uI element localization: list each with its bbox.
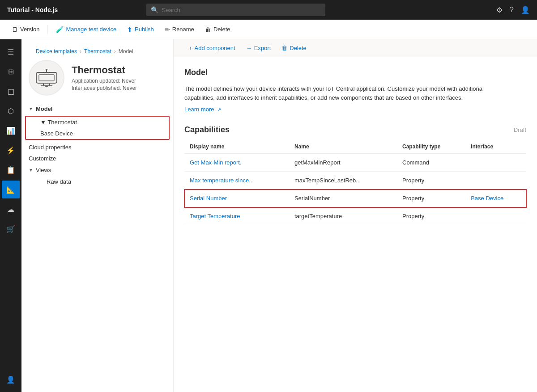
model-label: Model — [36, 105, 53, 112]
sidebar-item-customize[interactable]: Customize — [21, 153, 173, 164]
rename-icon: ✏ — [165, 26, 170, 33]
help-icon[interactable]: ? — [510, 6, 514, 14]
col-name: Name — [289, 140, 397, 154]
capability-link[interactable]: Get Max-Min report. — [190, 159, 242, 166]
sidebar-item-base-device[interactable]: Base Device — [26, 128, 169, 139]
nav-jobs[interactable]: 📋 — [2, 161, 20, 179]
capability-link[interactable]: Target Temperature — [190, 213, 240, 219]
template-header: Thermostat Application updated: Never In… — [29, 55, 166, 99]
separator-1 — [47, 25, 48, 34]
template-name: Thermostat — [72, 64, 137, 76]
cell-display-name[interactable]: Max temperature since... — [184, 172, 289, 190]
cell-name: getMaxMinReport — [289, 154, 397, 172]
nav-marketplace[interactable]: 🛒 — [2, 220, 20, 238]
search-icon: 🔍 — [151, 6, 158, 13]
sidebar-item-thermostat[interactable]: ▼ Thermostat — [26, 117, 169, 128]
add-component-button[interactable]: + Add component — [184, 43, 240, 53]
learn-more-wrap: Learn more ↗ — [184, 105, 526, 113]
sidebar-item-raw-data[interactable]: Raw data — [21, 176, 173, 187]
delete-label: Delete — [213, 26, 230, 33]
table-row[interactable]: Serial NumberSerialNumberPropertyBase De… — [184, 190, 526, 207]
nav-devices[interactable]: ◫ — [2, 82, 20, 100]
views-chevron: ▼ — [29, 168, 33, 173]
publish-button[interactable]: ⬆ Publish — [123, 24, 158, 35]
settings-icon[interactable]: ⚙ — [496, 6, 503, 14]
template-sidebar: Device templates › Thermostat › Model — [21, 39, 174, 392]
content-body: Model The model defines how your device … — [174, 57, 537, 236]
thermostat-label: Thermostat — [47, 119, 77, 126]
nav-admin[interactable]: 👤 — [2, 371, 20, 388]
capabilities-title: Capabilities — [184, 125, 230, 135]
cell-display-name[interactable]: Serial Number — [184, 190, 289, 207]
add-component-label: Add component — [195, 45, 235, 51]
cell-display-name[interactable]: Target Temperature — [184, 207, 289, 225]
account-icon[interactable]: 👤 — [521, 6, 530, 14]
content-delete-icon: 🗑 — [281, 45, 287, 51]
cell-interface[interactable]: Base Device — [465, 190, 526, 207]
content-delete-label: Delete — [290, 45, 307, 51]
export-button[interactable]: → Export — [242, 43, 276, 53]
search-input[interactable] — [162, 7, 321, 13]
delete-button[interactable]: 🗑 Delete — [200, 24, 235, 35]
learn-more-link[interactable]: Learn more — [184, 106, 214, 113]
raw-data-label: Raw data — [47, 178, 71, 185]
capability-link[interactable]: Max temperature since... — [190, 177, 254, 184]
cell-interface — [465, 207, 526, 225]
nav-templates[interactable]: 📐 — [2, 181, 20, 198]
nav-analytics[interactable]: 📊 — [2, 122, 20, 139]
content-area: Device templates › Thermostat › Model — [21, 39, 537, 392]
views-section-header[interactable]: ▼ Views — [21, 164, 173, 176]
search-bar[interactable]: 🔍 — [146, 4, 325, 16]
model-chevron: ▼ — [29, 106, 33, 111]
breadcrumb: Device templates › Thermostat › Model — [29, 45, 166, 55]
manage-test-device-button[interactable]: 🧪 Manage test device — [51, 24, 121, 35]
sidebar-item-cloud-properties[interactable]: Cloud properties — [21, 142, 173, 153]
main-layout: ☰ ⊞ ◫ ⬡ 📊 ⚡ 📋 📐 ☁ 🛒 👤 Device templates ›… — [0, 39, 537, 392]
base-device-label: Base Device — [40, 130, 73, 137]
breadcrumb-sep-1: › — [80, 48, 81, 55]
interface-link[interactable]: Base Device — [471, 195, 503, 202]
template-meta-published: Interfaces published: Never — [72, 85, 137, 91]
add-icon: + — [189, 45, 192, 51]
capabilities-table: Display name Name Capability type Interf… — [184, 140, 526, 225]
views-label: Views — [36, 167, 51, 173]
tree-section-model: ▼ Model ▼ Thermostat Base Device — [21, 103, 173, 140]
rename-label: Rename — [172, 26, 194, 33]
rename-button[interactable]: ✏ Rename — [160, 24, 199, 35]
nav-dashboard[interactable]: ⊞ — [2, 63, 20, 80]
app-title: Tutorial - Node.js — [7, 6, 58, 13]
export-label: Export — [254, 45, 271, 51]
capabilities-header: Capabilities Draft — [184, 125, 526, 135]
capability-link[interactable]: Serial Number — [190, 195, 227, 202]
model-section-header[interactable]: ▼ Model — [21, 103, 173, 115]
version-button[interactable]: 🗒 Version — [7, 24, 44, 35]
cell-name: SerialNumber — [289, 190, 397, 207]
delete-icon: 🗑 — [205, 26, 211, 33]
version-label: Version — [20, 26, 39, 33]
template-meta: Application updated: Never Interfaces pu… — [72, 78, 137, 91]
nav-rules[interactable]: ⚡ — [2, 141, 20, 159]
breadcrumb-device-templates[interactable]: Device templates — [36, 48, 77, 55]
cell-display-name[interactable]: Get Max-Min report. — [184, 154, 289, 172]
breadcrumb-thermostat[interactable]: Thermostat — [84, 48, 111, 55]
content-delete-button[interactable]: 🗑 Delete — [277, 43, 311, 53]
commandbar: 🗒 Version 🧪 Manage test device ⬆ Publish… — [0, 20, 537, 39]
col-display-name: Display name — [184, 140, 289, 154]
nav-deploy[interactable]: ☁ — [2, 200, 20, 218]
table-row[interactable]: Max temperature since...maxTempSinceLast… — [184, 172, 526, 190]
cell-capability-type: Property — [397, 172, 465, 190]
nav-hamburger[interactable]: ☰ — [2, 43, 20, 61]
table-row[interactable]: Get Max-Min report.getMaxMinReportComman… — [184, 154, 526, 172]
svg-marker-7 — [45, 69, 48, 71]
tree-section-views: ▼ Views Raw data — [21, 164, 173, 187]
customize-label: Customize — [29, 155, 56, 162]
left-nav: ☰ ⊞ ◫ ⬡ 📊 ⚡ 📋 📐 ☁ 🛒 👤 — [0, 39, 21, 392]
cloud-properties-label: Cloud properties — [29, 144, 71, 151]
table-row[interactable]: Target TemperaturetargetTemperaturePrope… — [184, 207, 526, 225]
model-description: The model defines how your device intera… — [184, 84, 498, 102]
col-interface: Interface — [465, 140, 526, 154]
template-info: Thermostat Application updated: Never In… — [72, 64, 137, 91]
nav-groups[interactable]: ⬡ — [2, 102, 20, 120]
thermostat-chevron: ▼ — [40, 119, 47, 126]
table-header-row: Display name Name Capability type Interf… — [184, 140, 526, 154]
